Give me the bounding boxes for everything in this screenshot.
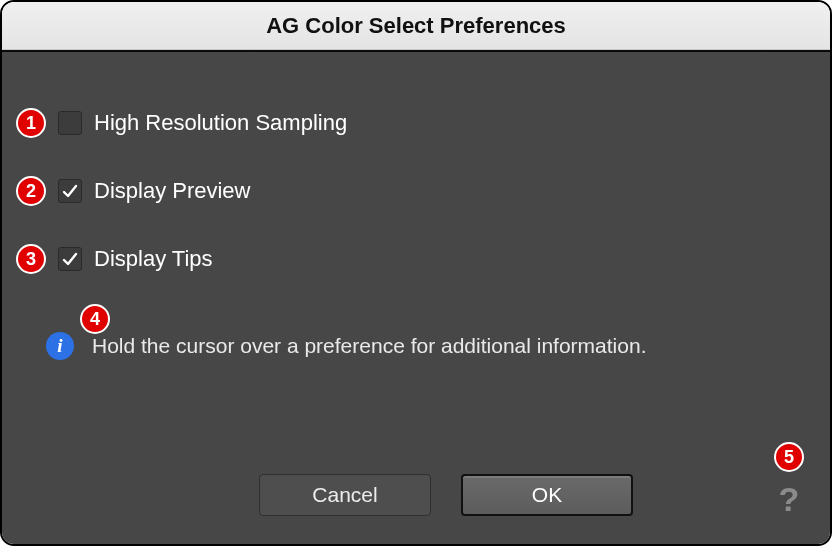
help-icon[interactable]: ? (779, 482, 800, 516)
option-row-high-resolution-sampling: 1 High Resolution Sampling (16, 108, 347, 138)
annotation-marker-5: 5 (774, 442, 804, 472)
annotation-marker-1: 1 (16, 108, 46, 138)
checkbox-high-resolution-sampling[interactable] (58, 111, 82, 135)
tip-row: i Hold the cursor over a preference for … (46, 332, 646, 360)
content-area: 1 High Resolution Sampling 2 Display Pre… (2, 50, 830, 544)
checkbox-display-preview[interactable] (58, 179, 82, 203)
annotation-marker-2: 2 (16, 176, 46, 206)
annotation-marker-3: 3 (16, 244, 46, 274)
option-row-display-preview: 2 Display Preview (16, 176, 251, 206)
label-display-preview: Display Preview (94, 178, 251, 204)
preferences-window: AG Color Select Preferences 1 High Resol… (0, 0, 832, 546)
label-display-tips: Display Tips (94, 246, 213, 272)
option-row-display-tips: 3 Display Tips (16, 244, 213, 274)
info-icon: i (46, 332, 74, 360)
tip-text: Hold the cursor over a preference for ad… (92, 334, 646, 358)
ok-button[interactable]: OK (461, 474, 633, 516)
label-high-resolution-sampling: High Resolution Sampling (94, 110, 347, 136)
cancel-button[interactable]: Cancel (259, 474, 431, 516)
checkbox-display-tips[interactable] (58, 247, 82, 271)
window-title: AG Color Select Preferences (266, 13, 566, 39)
ok-button-label: OK (532, 483, 562, 507)
annotation-marker-4: 4 (80, 304, 110, 334)
titlebar: AG Color Select Preferences (2, 2, 830, 50)
button-row: Cancel OK (2, 474, 830, 516)
cancel-button-label: Cancel (312, 483, 377, 507)
help-area: 5 ? (774, 442, 804, 516)
